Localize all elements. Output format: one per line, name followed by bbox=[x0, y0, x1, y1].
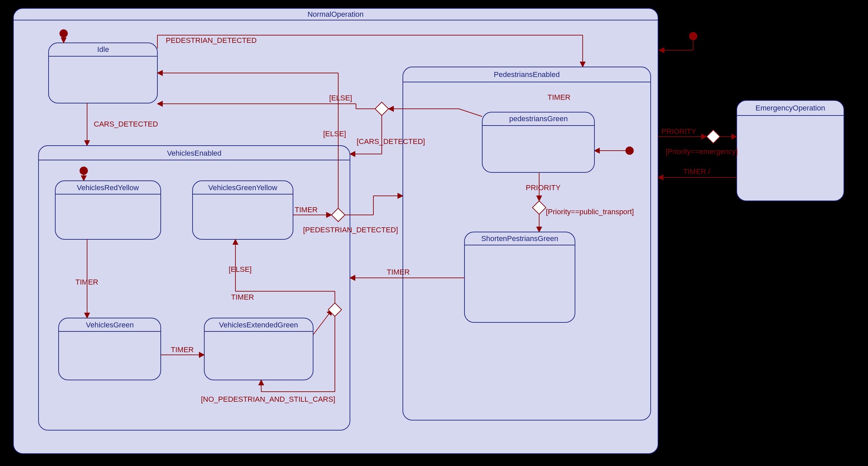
trans-timer-3: TIMER bbox=[231, 293, 254, 301]
trans-timer-2: TIMER bbox=[171, 345, 193, 354]
shorten-ped-green-title: ShortenPestriansGreen bbox=[481, 234, 558, 243]
pedestrians-green-title: pedestriansGreen bbox=[509, 115, 568, 123]
trans-no-ped-still-cars: [NO_PEDESTRIAN_AND_STILL_CARS] bbox=[201, 395, 335, 403]
trans-priority-2: PRIORITY bbox=[661, 127, 696, 135]
initial-state-normal bbox=[60, 29, 68, 37]
normal-operation-title: NormalOperation bbox=[307, 10, 364, 19]
vehicles-red-yellow-title: VehiclesRedYellow bbox=[77, 183, 138, 192]
state-shorten-ped-green bbox=[464, 232, 575, 322]
trans-else-3: [ELSE] bbox=[329, 94, 352, 102]
trans-cars-detected-guard: [CARS_DETECTED] bbox=[356, 137, 425, 146]
trans-timer-4: TIMER bbox=[295, 206, 317, 214]
vehicles-extended-green-title: VehiclesExtendedGreen bbox=[219, 321, 298, 329]
trans-timer-5: TIMER bbox=[548, 93, 570, 101]
statechart-diagram: NormalOperation EmergencyOperation Idle … bbox=[0, 0, 868, 466]
trans-ped-detected-top: PEDESTRIAN_DETECTED bbox=[166, 36, 256, 44]
idle-title: Idle bbox=[97, 45, 109, 54]
emergency-operation-title: EmergencyOperation bbox=[755, 104, 825, 112]
trans-timer-6: TIMER bbox=[387, 268, 409, 276]
trans-priority-1: PRIORITY bbox=[526, 183, 561, 192]
trans-priority-emergency: [Priority==emergency] bbox=[666, 147, 738, 156]
trans-else-1: [ELSE] bbox=[229, 265, 251, 274]
initial-state-outer bbox=[689, 32, 697, 40]
trans-timer-1: TIMER bbox=[75, 278, 98, 286]
trans-priority-public: [Priority==public_transport] bbox=[546, 208, 634, 216]
vehicles-green-title: VehiclesGreen bbox=[86, 321, 134, 329]
vehicles-green-yellow-title: VehiclesGreenYellow bbox=[208, 183, 277, 192]
trans-else-2: [ELSE] bbox=[323, 129, 346, 138]
initial-state-vehicles bbox=[80, 167, 88, 175]
trans-cars-detected: CARS_DETECTED bbox=[94, 120, 158, 128]
initial-state-pedestrians bbox=[625, 147, 633, 155]
choice-normal-priority bbox=[707, 130, 720, 143]
trans-timer-slash: TIMER / bbox=[683, 167, 711, 176]
vehicles-enabled-title: VehiclesEnabled bbox=[167, 149, 222, 157]
pedestrians-enabled-title: PedestriansEnabled bbox=[494, 70, 560, 79]
trans-ped-detected-guard: [PEDESTRIAN_DETECTED] bbox=[303, 226, 398, 234]
